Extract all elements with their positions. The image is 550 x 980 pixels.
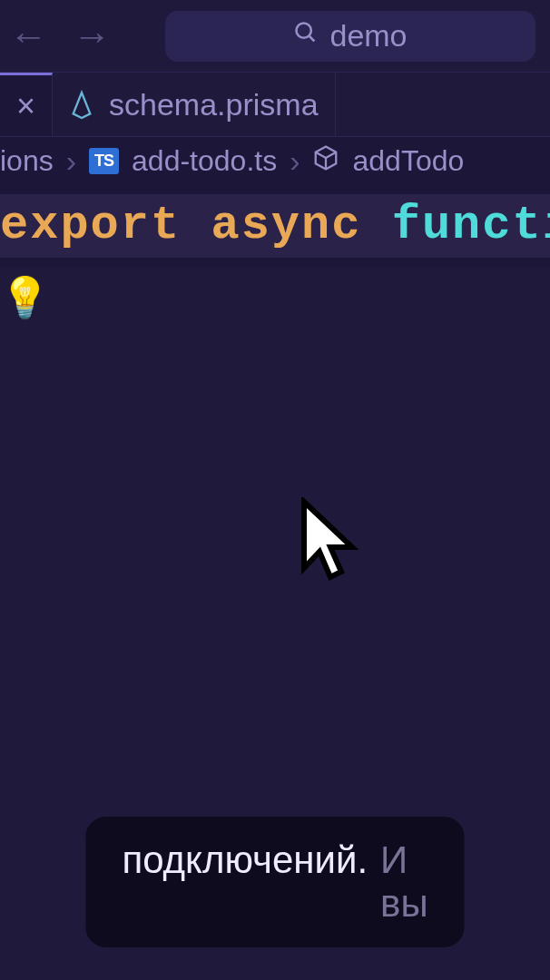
- chevron-right-icon: ›: [290, 143, 300, 179]
- nav-back-icon[interactable]: ←: [9, 15, 47, 58]
- code-editor[interactable]: export async functio: [0, 185, 550, 267]
- svg-line-1: [309, 36, 315, 42]
- cube-icon: [312, 144, 339, 179]
- prisma-icon: [69, 90, 94, 119]
- keyword-function: functio: [392, 199, 550, 252]
- nav-arrows: ← →: [9, 15, 111, 58]
- nav-forward-icon[interactable]: →: [73, 15, 111, 58]
- breadcrumb-seg2: addTodo: [352, 144, 464, 178]
- keyword-async: async: [211, 199, 361, 252]
- search-box[interactable]: demo: [165, 11, 535, 62]
- svg-point-0: [297, 24, 311, 38]
- caption-overlay: подключений. И вы: [85, 817, 464, 947]
- breadcrumb-seg0: ions: [0, 144, 54, 178]
- search-text: demo: [329, 18, 407, 54]
- breadcrumb[interactable]: ions › TS add-todo.ts › addTodo: [0, 136, 550, 185]
- tab-bar: × schema.prisma: [0, 73, 550, 136]
- tab-schema[interactable]: schema.prisma: [53, 73, 336, 136]
- search-icon: [293, 20, 319, 52]
- lightbulb-icon[interactable]: 💡: [0, 274, 50, 321]
- caption-word2: И вы: [380, 838, 428, 926]
- breadcrumb-seg1: add-todo.ts: [132, 144, 277, 178]
- caption-word1: подключений.: [122, 838, 368, 882]
- close-icon[interactable]: ×: [16, 87, 35, 125]
- tab-active[interactable]: ×: [0, 73, 53, 136]
- keyword-export: export: [0, 199, 181, 252]
- tab-schema-label: schema.prisma: [109, 87, 319, 122]
- top-bar: ← → demo: [0, 0, 550, 73]
- cursor-icon: [300, 497, 363, 588]
- code-line-1: export async functio: [0, 194, 550, 258]
- chevron-right-icon: ›: [66, 143, 76, 179]
- typescript-icon: TS: [89, 148, 119, 174]
